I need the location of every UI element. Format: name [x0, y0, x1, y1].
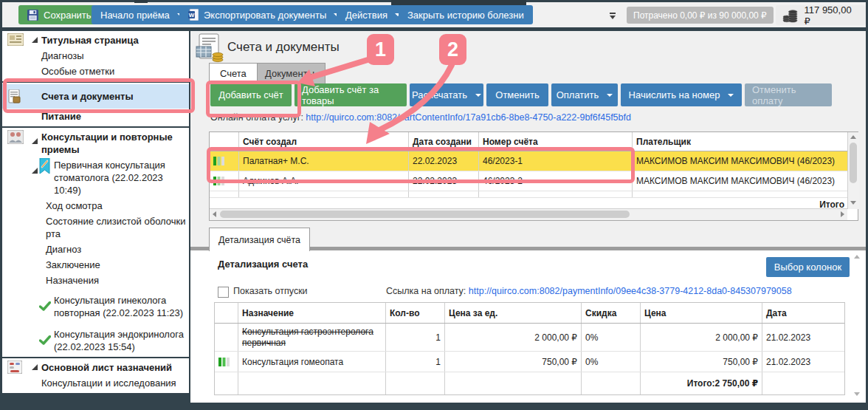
print-button[interactable]: Распечатать [410, 83, 483, 106]
service-qty: 1 [386, 352, 445, 372]
green-check-icon [39, 335, 51, 348]
card-icon [7, 33, 24, 49]
pay-button[interactable]: Оплатить [551, 83, 618, 106]
start-reception-label: Начало приёма [100, 10, 170, 21]
balance-chip: 117 950,00 ₽ [776, 5, 866, 25]
invoice-row[interactable]: Админов А.А. 22.02.2023 46/2023-2 МАКСИМ… [210, 171, 858, 191]
add-invoice-button[interactable]: Добавить счёт [210, 83, 292, 106]
invoices-table-header: Счёт создал Дата создани Номер счёта Пла… [210, 132, 858, 151]
detail-row[interactable]: Консультация гомеопата 1 750,00 ₽ 0% 750… [215, 352, 844, 372]
toolbar-overflow-button[interactable] [606, 7, 619, 24]
tree-expander-icon[interactable] [32, 168, 38, 174]
column-header[interactable]: Цена за ед. [445, 303, 582, 323]
close-history-label: Закрыть историю болезни [407, 10, 524, 21]
start-reception-button[interactable]: Начало приёма [92, 5, 192, 24]
sidebar-item-consultations[interactable]: Консультации и повторные приемы [2, 129, 189, 157]
column-header[interactable]: Кол-во [386, 303, 445, 323]
scrollbar-thumb[interactable] [220, 211, 630, 218]
tab-invoices[interactable]: Счета [209, 63, 258, 83]
payment-link-row: Ссылка на оплату: http://quirco.com:8082… [386, 286, 792, 296]
payment-link[interactable]: http://quirco.com:8082/paymentInfo/09ee4… [469, 286, 792, 296]
invoice-payer: МАКСИМОВ МАКСИМ МАКСИМОВИЧ (46/2023) [633, 171, 848, 191]
sidebar-item-label: Питание [41, 111, 81, 122]
sidebar-item-main-prescription-list[interactable]: Основной лист назначений [2, 360, 189, 375]
column-header[interactable]: Счёт создал [239, 132, 409, 151]
sidebar-item-exam-progress[interactable]: Ход осмотра [2, 198, 189, 213]
scroll-down-icon[interactable] [854, 392, 860, 396]
sidebar-item-label: Особые отметки [41, 66, 114, 77]
detail-row-cancelled[interactable]: Консультация гастроэнтеролога первичная … [215, 324, 844, 352]
tree-expander-icon[interactable] [32, 138, 38, 144]
tree-expander-icon[interactable] [32, 364, 38, 370]
sidebar-item-consultations-research[interactable]: Консультации и исследования [2, 375, 189, 391]
column-header[interactable]: Скидка [582, 303, 641, 323]
status-column-header[interactable] [215, 303, 238, 323]
invoices-documents-icon [195, 33, 224, 63]
row-status-cell [210, 151, 239, 171]
window-top-notch [391, 0, 526, 5]
add-goods-invoice-button[interactable]: Добавить счёт за товары [294, 83, 407, 106]
service-discount: 0% [582, 324, 641, 351]
green-bars-icon [213, 177, 225, 185]
sidebar-item-label: Диагноз [46, 244, 81, 255]
sidebar-item-special-marks[interactable]: Особые отметки [2, 64, 189, 79]
service-name: Консультация гомеопата [238, 352, 386, 372]
sidebar-item-invoices-documents[interactable]: Счета и документы [2, 84, 189, 109]
scroll-down-icon[interactable] [850, 201, 856, 205]
payment-link-label: Ссылка на оплату: [386, 286, 466, 296]
service-qty: 1 [386, 324, 445, 351]
sidebar-item-diagnoses[interactable]: Диагнозы [2, 48, 189, 64]
sidebar-item-conclusion[interactable]: Заключение [2, 257, 189, 273]
column-header[interactable]: Назначение [238, 303, 386, 323]
tree-expander-icon[interactable] [32, 37, 38, 43]
sidebar-item-gynecologist-consult[interactable]: Консультация гинеколога повторная (22.02… [2, 293, 189, 321]
overflow-chevron-icon [610, 16, 616, 19]
scroll-left-icon[interactable] [213, 211, 216, 217]
column-header[interactable]: Цена [641, 303, 762, 323]
status-column-header[interactable] [210, 132, 239, 151]
tab-invoice-details[interactable]: Детализация счёта [209, 228, 310, 251]
row-status-cell [215, 352, 238, 372]
invoices-horizontal-scrollbar[interactable] [210, 208, 847, 220]
scroll-up-icon[interactable] [850, 135, 856, 139]
sidebar-item-nutrition[interactable]: Питание [2, 109, 189, 124]
details-footer-row: Итого:2 750,00 ₽ [215, 372, 844, 394]
column-header[interactable]: Номер счёта [479, 132, 633, 151]
print-label: Распечатать [412, 89, 467, 100]
column-header[interactable]: Плательщик [633, 132, 848, 151]
floppy-icon [27, 10, 38, 21]
sidebar-section-title-page: Титульная страница Диагнозы Особые отмет… [2, 31, 189, 81]
column-chooser-button[interactable]: Выбор колонок [766, 257, 850, 277]
service-unit-price: 750,00 ₽ [445, 352, 582, 372]
save-button[interactable]: Сохранить [18, 5, 100, 24]
column-header[interactable]: Дата [762, 303, 844, 323]
sidebar-item-endocrinologist-consult[interactable]: Консультация эндокринолога (22.02.2023 1… [2, 327, 189, 355]
charge-to-number-button[interactable]: Начислить на номер [621, 83, 742, 106]
column-chooser-label: Выбор колонок [774, 262, 841, 273]
scroll-up-icon[interactable] [854, 255, 860, 259]
sidebar-section-main-prescription-list: Основной лист назначений Консультации и … [2, 358, 189, 393]
invoice-row-selected[interactable]: Палатная+ М.С. 22.02.2023 46/2023-1 МАКС… [210, 151, 858, 171]
sidebar-item-mucosa-state[interactable]: Состояние слизистой оболочки рта [2, 213, 189, 242]
top-toolbar: Сохранить Начало приёма W Экспортировать… [2, 2, 866, 27]
tab-label: Детализация счёта [218, 235, 300, 245]
online-payment-link[interactable]: http://quirco.com:8082/cartContentInfo/1… [306, 112, 631, 123]
cancel-invoice-label: Отменить [495, 89, 539, 100]
close-history-button[interactable]: Закрыть историю болезни [399, 5, 533, 24]
sidebar-item-first-dental-consult[interactable]: Первичная консультация стоматолога (22.0… [2, 157, 189, 198]
sidebar-item-label: Состояние слизистой оболочки рта [46, 216, 185, 239]
green-bars-icon [218, 358, 230, 366]
cancel-invoice-button[interactable]: Отменить [486, 83, 548, 106]
sidebar-item-diagnosis[interactable]: Диагноз [2, 242, 189, 257]
tab-documents[interactable]: Документы [254, 63, 326, 83]
scroll-right-icon[interactable] [841, 211, 844, 217]
column-header[interactable]: Дата создани [409, 132, 479, 151]
sidebar-item-title-page[interactable]: Титульная страница [2, 33, 189, 48]
sidebar-item-label: Основной лист назначений [41, 362, 172, 373]
export-documents-button[interactable]: W Экспортировать документы [179, 5, 348, 24]
show-dispensings-checkbox[interactable] [218, 287, 229, 298]
invoices-vertical-scrollbar[interactable] [847, 132, 859, 209]
pills-icon [7, 361, 22, 377]
scrollbar-thumb[interactable] [850, 143, 857, 183]
sidebar-item-prescriptions[interactable]: Назначения [2, 273, 189, 288]
